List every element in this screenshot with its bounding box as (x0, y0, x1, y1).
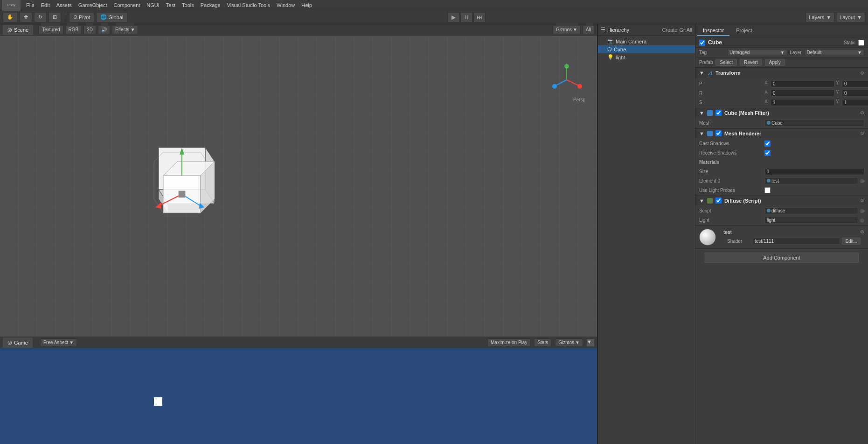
cube-icon: ⬡ (607, 46, 612, 52)
static-checkbox[interactable] (858, 40, 864, 46)
settings-icon[interactable]: ⚙ (860, 70, 864, 76)
apply-btn[interactable]: Apply (765, 59, 785, 66)
menu-gameobject[interactable]: GameObject (76, 1, 110, 9)
scene-panel: ◎ Scene Textured RGB 2D 🔊 Effects ▼ Gizm… (0, 24, 597, 337)
free-aspect-btn[interactable]: Free Aspect ▼ (40, 338, 77, 347)
global-btn[interactable]: 🌐 Global (96, 12, 127, 22)
diffuse-settings-icon[interactable]: ⚙ (860, 198, 864, 203)
menu-assets[interactable]: Assets (54, 1, 75, 9)
layers-dropdown[interactable]: Layers ▼ (806, 12, 834, 22)
scene-tab-label: Scene (14, 27, 28, 33)
rgb-btn[interactable]: RGB (65, 26, 82, 34)
light-value[interactable]: light (764, 217, 858, 224)
mesh-value[interactable]: Cube (764, 120, 864, 127)
svg-marker-13 (155, 203, 161, 209)
scene-grid (0, 35, 597, 337)
shader-edit-btn[interactable]: Edit... (842, 238, 861, 245)
use-light-probes-checkbox[interactable] (764, 187, 771, 193)
textured-btn[interactable]: Textured (39, 26, 63, 34)
mesh-renderer-settings-icon[interactable]: ⚙ (860, 131, 864, 136)
receive-shadows-checkbox[interactable] (764, 150, 771, 156)
hierarchy-create-btn[interactable]: Create (662, 27, 677, 33)
effects-btn[interactable]: Effects ▼ (112, 26, 138, 34)
tag-value: Untagged (729, 50, 750, 55)
pivot-btn[interactable]: ⊙ Pivot (69, 12, 94, 22)
maximize-on-play-btn[interactable]: Maximize on Play (487, 338, 530, 347)
hierarchy-all-btn[interactable]: Gr:All (680, 27, 693, 33)
play-btn[interactable]: ▶ (447, 12, 459, 22)
menu-tools[interactable]: Tools (179, 1, 197, 9)
layout-label: Layout (840, 14, 855, 20)
scale-y-field[interactable] (842, 99, 868, 106)
transform-header[interactable]: ▼ ⊿ Transform ⚙ (695, 68, 868, 78)
audio-btn[interactable]: 🔊 (98, 26, 110, 34)
collapse-btn[interactable]: ▼ (587, 339, 594, 346)
tab-scene[interactable]: ◎ Scene (3, 25, 33, 35)
select-btn[interactable]: Select (715, 59, 737, 66)
menu-test[interactable]: Test (163, 1, 178, 9)
light-label: Light (699, 218, 764, 223)
mesh-filter-header[interactable]: ▼ Cube (Mesh Filter) ⚙ (695, 108, 868, 117)
pos-y-field[interactable] (842, 80, 868, 87)
tab-game[interactable]: ◎ Game (3, 338, 33, 348)
shader-value[interactable]: test/1111 (752, 238, 840, 245)
material-settings-icon[interactable]: ⚙ (860, 229, 864, 234)
scene-content[interactable]: Y X Z Persp (0, 35, 597, 337)
mesh-filter-enabled[interactable] (715, 110, 722, 116)
size-field[interactable] (764, 168, 864, 175)
game-content[interactable] (0, 348, 597, 444)
menu-file[interactable]: File (23, 1, 37, 9)
diffuse-script-header[interactable]: ▼ Diffuse (Script) ⚙ (695, 196, 868, 205)
toolbar-sep1 (65, 13, 65, 22)
transform-icons: ⚙ (860, 70, 864, 76)
menu-package[interactable]: Package (198, 1, 223, 9)
pause-btn[interactable]: ⏸ (460, 12, 472, 22)
script-select-icon[interactable]: ◎ (860, 208, 864, 213)
menu-window[interactable]: Window (274, 1, 298, 9)
layout-dropdown[interactable]: Layout ▼ (836, 12, 865, 22)
rot-y-field[interactable] (842, 90, 868, 97)
mesh-renderer-header[interactable]: ▼ Mesh Renderer ⚙ (695, 129, 868, 138)
rot-x-field[interactable] (771, 90, 834, 97)
gizmos-btn[interactable]: Gizmos ▼ (553, 26, 581, 34)
2d-btn[interactable]: 2D (83, 26, 96, 34)
menu-edit[interactable]: Edit (38, 1, 53, 9)
tag-dropdown[interactable]: Untagged ▼ (727, 49, 787, 56)
menu-component[interactable]: Component (111, 1, 143, 9)
hierarchy-item-cube[interactable]: ⬡ Cube (598, 45, 695, 53)
layer-dropdown[interactable]: Default ▼ (805, 49, 865, 56)
mesh-filter-settings-icon[interactable]: ⚙ (860, 110, 864, 115)
hand-tool-btn[interactable]: ✋ (3, 12, 18, 22)
all-btn[interactable]: All (583, 26, 594, 34)
object-enabled-checkbox[interactable] (699, 40, 705, 46)
element0-value[interactable]: test (764, 177, 858, 184)
step-btn[interactable]: ⏭ (473, 12, 486, 22)
game-gizmos-btn[interactable]: Gizmos ▼ (555, 338, 583, 347)
diffuse-enabled[interactable] (715, 197, 722, 204)
cast-shadows-checkbox[interactable] (764, 141, 771, 147)
mesh-renderer-enabled[interactable] (715, 130, 722, 136)
hierarchy-item-main-camera[interactable]: 📷 Main Camera (598, 37, 695, 45)
position-row: P X Y Z (695, 79, 868, 88)
pos-x-field[interactable] (771, 80, 834, 87)
gizmo-widget[interactable]: Y X Z (550, 63, 583, 96)
element0-select-icon[interactable]: ◎ (860, 178, 864, 183)
scale-tool-btn[interactable]: ⊞ (49, 12, 61, 22)
add-component-btn[interactable]: Add Component (705, 253, 859, 263)
hierarchy-item-light[interactable]: 💡 light (598, 53, 695, 61)
script-value[interactable]: diffuse (764, 207, 858, 214)
tab-inspector[interactable]: Inspector (697, 26, 729, 36)
light-select-icon[interactable]: ◎ (860, 218, 864, 223)
menu-vs-tools[interactable]: Visual Studio Tools (224, 1, 273, 9)
scale-x-field[interactable] (771, 99, 834, 106)
tab-project[interactable]: Project (730, 26, 757, 36)
free-aspect-chevron: ▼ (69, 340, 74, 345)
stats-btn[interactable]: Stats (534, 338, 551, 347)
menu-help[interactable]: Help (299, 1, 315, 9)
material-preview-circle (699, 229, 716, 246)
menu-ngui[interactable]: NGUI (144, 1, 162, 9)
revert-btn[interactable]: Revert (740, 59, 762, 66)
rotate-tool-btn[interactable]: ↻ (34, 12, 47, 22)
move-tool-btn[interactable]: ✚ (20, 12, 32, 22)
global-icon: 🌐 (100, 14, 107, 20)
